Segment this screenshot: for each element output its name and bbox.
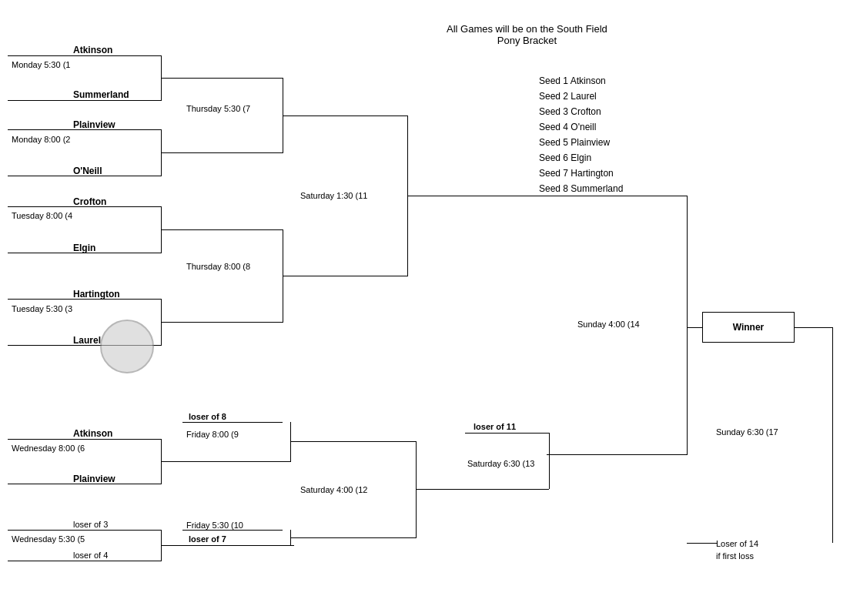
line-plainview2-bottom [8, 484, 162, 484]
winner-box: Winner [702, 312, 795, 343]
line-g11-top [309, 441, 417, 442]
line-loser4 [8, 561, 162, 561]
hline-game20-out [161, 545, 180, 546]
line-atkinson1-top [8, 55, 162, 56]
line-summerland-bottom [8, 100, 162, 101]
team-elgin: Elgin [73, 243, 95, 253]
line-oneill-bottom [8, 176, 162, 176]
loser3-label: loser of 3 [73, 520, 108, 529]
team-hartington: Hartington [73, 289, 120, 300]
loserof11-label: loser of 11 [474, 422, 516, 431]
game2-info: Monday 8:00 (2 [12, 135, 70, 144]
game9-info: Wednesday 8:00 (6 [12, 444, 85, 453]
game4-info: Tuesday 5:30 (3 [12, 304, 72, 313]
seed4: Seed 4 O'neill [539, 119, 623, 135]
vline-final [832, 327, 833, 543]
line-g12-bottom [433, 489, 549, 490]
game12-info: Saturday 6:30 (13 [467, 459, 534, 468]
hline-game10-out [290, 441, 310, 442]
line-game19-bottom [179, 545, 294, 546]
line-g7-top [300, 116, 408, 116]
header-section: All Games will be on the South Field Pon… [447, 23, 607, 46]
vline-game8 [687, 196, 688, 454]
header-line2: Pony Bracket [447, 35, 607, 46]
line-elgin-bottom [8, 253, 162, 253]
hline-game2-out [161, 152, 184, 153]
seeds-list: Seed 1 Atkinson Seed 2 Laurel Seed 3 Cro… [539, 73, 623, 196]
team-laurel: Laurel [73, 335, 101, 346]
hline-game3-out [161, 229, 184, 230]
laurel-highlight [100, 320, 154, 373]
line-g6-top [183, 229, 283, 230]
game5-info: Thursday 5:30 (7 [186, 104, 250, 113]
line-final-top [795, 327, 833, 328]
hline-game19-out [290, 537, 310, 538]
line-g5-top [183, 78, 283, 79]
hline-g11-out [416, 489, 435, 490]
line-plainview1-top [8, 129, 162, 130]
game7-info: Saturday 1:30 (11 [300, 191, 367, 200]
team-plainview1: Plainview [73, 119, 115, 130]
team-summerland: Summerland [73, 89, 129, 100]
line-g7-bottom [300, 276, 408, 276]
game8-info: Sunday 4:00 (14 [577, 320, 640, 329]
game3-info: Tuesday 8:00 (4 [12, 211, 72, 220]
loserof7-label: loser of 7 [189, 534, 226, 544]
line-g8-bottom [547, 454, 688, 455]
line-hartington-top [8, 299, 162, 300]
game20-info: Wednesday 5:30 (5 [12, 534, 85, 544]
line-loserof8 [182, 422, 283, 423]
hline-game9-out [161, 461, 180, 462]
line-loserof7 [182, 530, 283, 531]
bracket-container: All Games will be on the South Field Pon… [0, 0, 850, 616]
hline-g7-out [407, 196, 427, 196]
team-crofton: Crofton [73, 196, 106, 207]
seed7: Seed 7 Hartington [539, 166, 623, 181]
line-g8-top [426, 196, 688, 196]
loser4-label: loser of 4 [73, 551, 108, 560]
winner-label: Winner [733, 322, 765, 333]
seed2: Seed 2 Laurel [539, 89, 623, 104]
hline-g6-out [283, 276, 302, 276]
seed1: Seed 1 Atkinson [539, 73, 623, 89]
line-g6-bottom [183, 322, 283, 323]
game11-info: Saturday 4:00 (12 [300, 485, 367, 494]
line-loser14 [687, 543, 718, 544]
hline-g8-out [687, 327, 702, 328]
game1-info: Monday 5:30 (1 [12, 60, 70, 69]
loser14-label: Loser of 14 [716, 539, 758, 548]
seed6: Seed 6 Elgin [539, 150, 623, 166]
line-loser3 [8, 530, 162, 531]
seed5: Seed 5 Plainview [539, 135, 623, 150]
line-atkinson2-top [8, 439, 162, 440]
line-g11-bottom [309, 537, 417, 538]
seed8: Seed 8 Summerland [539, 181, 623, 196]
game6-info: Thursday 8:00 (8 [186, 262, 250, 271]
final-game-info: Sunday 6:30 (17 [716, 427, 778, 437]
team-atkinson1: Atkinson [73, 45, 112, 55]
team-plainview2: Plainview [73, 474, 115, 484]
vline-game12 [549, 433, 550, 489]
iffirstloss-label: if first loss [716, 551, 754, 561]
game19-info: Friday 5:30 (10 [186, 521, 243, 530]
hline-g5-out [283, 116, 302, 116]
team-oneill: O'Neill [73, 166, 102, 176]
line-loserof11 [465, 433, 550, 434]
header-line1: All Games will be on the South Field [447, 23, 607, 35]
game10-info: Friday 8:00 (9 [186, 430, 239, 439]
hline-game4-out [161, 322, 184, 323]
line-game10-bottom [179, 461, 291, 462]
line-g5-bottom [183, 152, 283, 153]
hline-game1-out [161, 78, 184, 79]
team-atkinson2: Atkinson [73, 428, 112, 439]
seed3: Seed 3 Crofton [539, 104, 623, 119]
line-crofton-top [8, 206, 162, 207]
loserof8-label: loser of 8 [189, 412, 226, 421]
